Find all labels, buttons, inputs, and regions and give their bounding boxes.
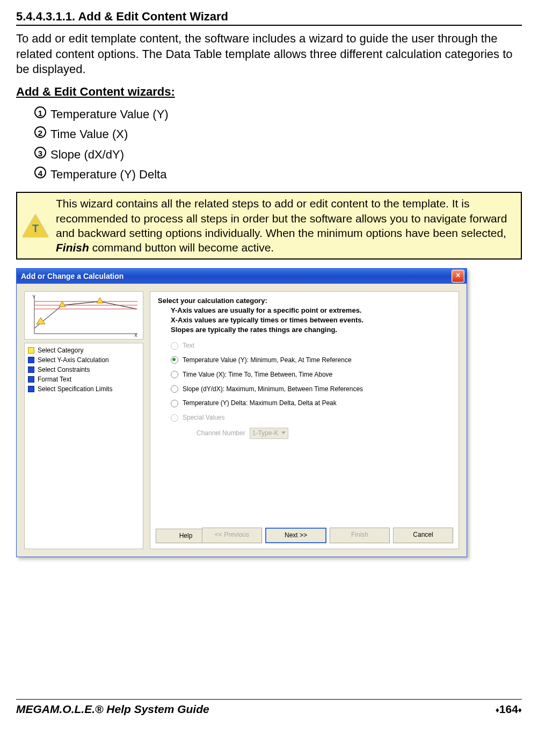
section-heading: 5.4.4.3.1.1. Add & Edit Content Wizard — [16, 10, 522, 26]
prompt-heading: Select your calculation category: — [158, 296, 451, 306]
list-item: 1 Temperature Value (Y) — [34, 104, 522, 124]
page-footer: MEGAM.O.L.E.® Help System Guide ♦164♦ — [16, 699, 522, 716]
radio-label: Temperature Value (Y): Minimum, Peak, At… — [183, 356, 352, 365]
step-row[interactable]: Format Text — [28, 375, 140, 384]
bullet-3: 3 — [34, 147, 46, 159]
prompt-line: X-Axis values are typically times or tim… — [158, 315, 451, 325]
radio-label: Text — [183, 341, 194, 350]
step-row[interactable]: Select Constraints — [28, 365, 140, 375]
step-marker-current-icon — [28, 347, 34, 354]
tip-text: This wizard contains all the related ste… — [56, 196, 515, 255]
radio-icon — [171, 414, 178, 422]
wizard-list: 1 Temperature Value (Y) 2 Time Value (X)… — [16, 104, 522, 185]
wizard-content-panel: Select your calculation category: Y-Axis… — [150, 291, 459, 549]
step-row[interactable]: Select Y-Axis Calculation — [28, 355, 140, 365]
list-item: 2 Time Value (X) — [34, 124, 522, 144]
wizard-dialog: Add or Change a Calculation × Y X — [16, 268, 467, 557]
step-label: Format Text — [38, 375, 71, 384]
tip-icon: T — [23, 213, 48, 239]
bullet-2: 2 — [34, 126, 46, 138]
step-row[interactable]: Select Specification Limits — [28, 384, 140, 394]
radio-icon[interactable] — [171, 356, 178, 364]
radio-icon[interactable] — [171, 371, 178, 378]
prompt-line: Slopes are typically the rates things ar… — [158, 325, 451, 335]
prompt-line: Y-Axis values are usually for a specific… — [158, 306, 451, 315]
list-item-label: Temperature Value (Y) — [50, 107, 169, 121]
step-row[interactable]: Select Category — [28, 345, 140, 355]
svg-text:Y: Y — [32, 294, 35, 299]
dialog-title: Add or Change a Calculation — [21, 272, 123, 280]
radio-option-temp-delta[interactable]: Temperature (Y) Delta: Maximum Delta, De… — [171, 399, 451, 408]
radio-option-text: Text — [171, 341, 451, 350]
tip-callout: T This wizard contains all the related s… — [16, 192, 522, 259]
wizard-step-list: Select Category Select Y-Axis Calculatio… — [24, 343, 143, 549]
radio-icon[interactable] — [171, 400, 178, 407]
radio-icon — [171, 342, 178, 350]
radio-label: Slope (dY/dX): Maximum, Minimum, Between… — [183, 385, 363, 394]
step-marker-icon — [28, 366, 34, 373]
finish-button: Finish — [330, 528, 390, 543]
footer-title: MEGAM.O.L.E.® Help System Guide — [16, 703, 209, 716]
cancel-button[interactable]: Cancel — [393, 528, 453, 543]
list-item-label: Time Value (X) — [50, 127, 128, 141]
list-item-label: Temperature (Y) Delta — [50, 168, 166, 181]
bullet-1: 1 — [34, 106, 46, 118]
footer-page-number: ♦164♦ — [496, 703, 522, 716]
preview-thumbnail: Y X — [24, 291, 143, 340]
svg-marker-8 — [97, 298, 103, 303]
intro-paragraph: To add or edit template content, the sof… — [16, 31, 522, 77]
channel-dropdown: 1-Type-K — [250, 428, 289, 439]
radio-option-slope[interactable]: Slope (dY/dX): Maximum, Minimum, Between… — [171, 385, 451, 394]
radio-group: Text Temperature Value (Y): Minimum, Pea… — [158, 341, 451, 439]
close-icon[interactable]: × — [452, 270, 464, 283]
list-item-label: Slope (dX/dY) — [50, 148, 124, 161]
radio-option-temp-y[interactable]: Temperature Value (Y): Minimum, Peak, At… — [171, 356, 451, 365]
previous-button: << Previous — [202, 528, 262, 543]
radio-label: Time Value (X): Time To, Time Between, T… — [183, 370, 332, 379]
bullet-4: 4 — [34, 167, 46, 178]
radio-icon[interactable] — [171, 385, 178, 393]
radio-option-time-x[interactable]: Time Value (X): Time To, Time Between, T… — [171, 370, 451, 379]
radio-label: Special Values — [183, 413, 225, 422]
list-item: 3 Slope (dX/dY) — [34, 145, 522, 164]
step-label: Select Constraints — [38, 365, 90, 375]
radio-option-special: Special Values — [171, 413, 451, 422]
svg-marker-7 — [59, 301, 66, 307]
step-marker-icon — [28, 376, 34, 383]
channel-number-row: Channel Number 1-Type-K — [197, 428, 451, 439]
step-marker-icon — [28, 357, 34, 363]
step-label: Select Specification Limits — [38, 384, 112, 394]
step-label: Select Category — [38, 345, 83, 355]
svg-text:X: X — [134, 333, 137, 338]
list-item: 4 Temperature (Y) Delta — [34, 164, 522, 184]
channel-label: Channel Number — [197, 429, 245, 438]
step-marker-icon — [28, 386, 34, 392]
dialog-titlebar[interactable]: Add or Change a Calculation × — [17, 269, 467, 284]
sub-heading: Add & Edit Content wizards: — [16, 85, 522, 99]
next-button[interactable]: Next >> — [265, 528, 326, 543]
radio-label: Temperature (Y) Delta: Maximum Delta, De… — [183, 399, 337, 408]
step-label: Select Y-Axis Calculation — [38, 355, 109, 365]
